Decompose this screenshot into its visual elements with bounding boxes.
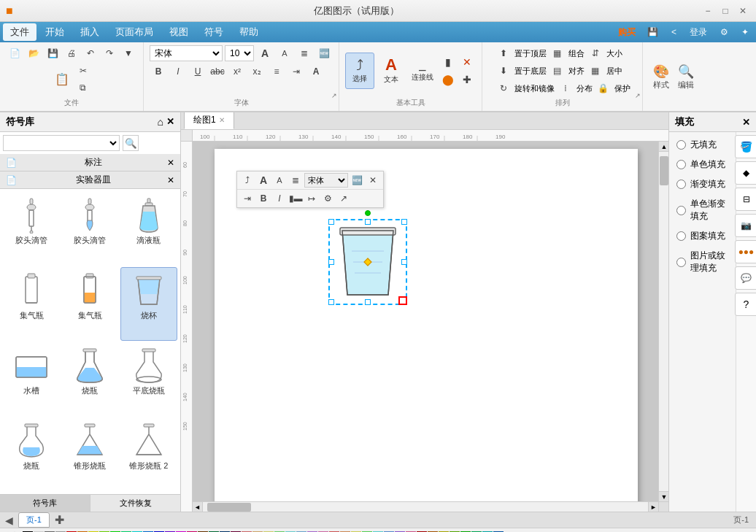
fill-option-image[interactable]: 图片或纹理填充: [669, 246, 736, 278]
print-button[interactable]: 🖨: [63, 45, 80, 61]
to-top-button[interactable]: ⬆: [495, 45, 512, 61]
italic-button[interactable]: I: [169, 63, 187, 80]
float-font-A-large[interactable]: A: [256, 173, 271, 188]
text-tool-button[interactable]: A 文本: [377, 53, 406, 89]
more-icon[interactable]: ●●●: [735, 240, 757, 263]
close-annotation-icon[interactable]: ✕: [167, 158, 174, 168]
more-qa-button[interactable]: ▼: [120, 45, 137, 61]
purchase-button[interactable]: 购买: [612, 24, 641, 41]
scroll-up-btn[interactable]: ▲: [659, 142, 668, 152]
list-item[interactable]: 滴液瓶: [120, 192, 177, 266]
tab-drawing1[interactable]: 绘图1 ✕: [184, 112, 234, 129]
connect-tool-button[interactable]: ⎯ 连接线: [408, 53, 437, 89]
list-item[interactable]: 烧杯: [120, 267, 177, 341]
fill-radio-solid[interactable]: [676, 160, 686, 169]
list-item[interactable]: 平底烧瓶: [120, 342, 177, 416]
close-panel-button[interactable]: ✕: [166, 116, 174, 128]
close-lab-icon[interactable]: ✕: [167, 175, 174, 185]
float-indent-icon[interactable]: ⇥: [240, 191, 255, 206]
scrollbar-thumb-h[interactable]: [207, 503, 251, 512]
fill-option-solid-gradient[interactable]: 单色渐变填充: [669, 194, 736, 226]
symbol-lib-tab[interactable]: 符号库: [0, 495, 90, 512]
list-button[interactable]: ≡: [268, 63, 285, 80]
list-item[interactable]: 胶头滴管: [3, 192, 60, 266]
image-fill-icon[interactable]: 📷: [735, 214, 757, 237]
shape-plus-button[interactable]: ✚: [458, 72, 476, 88]
fill-option-pattern[interactable]: 图案填充: [669, 226, 736, 246]
list-item[interactable]: 水槽: [3, 342, 60, 416]
undo-button[interactable]: ↶: [82, 45, 99, 61]
list-item[interactable]: 胶头滴管: [61, 192, 118, 266]
save-file-button[interactable]: 💾: [44, 45, 61, 61]
login-button[interactable]: 登录: [685, 25, 711, 40]
horizontal-scrollbar[interactable]: ◄ ►: [193, 501, 658, 512]
edit-tab-button[interactable]: 🔍 编辑: [674, 61, 698, 93]
category-lab[interactable]: 📄 实验器皿 ✕: [0, 171, 180, 189]
fill-radio-pattern[interactable]: [676, 231, 686, 241]
font-expand[interactable]: ↗: [331, 92, 337, 99]
category-annotation[interactable]: 📄 标注 ✕: [0, 154, 180, 171]
format-painter-button[interactable]: 🆕: [315, 45, 333, 61]
float-bold-btn[interactable]: B: [256, 191, 271, 206]
scroll-down-btn[interactable]: ▼: [659, 491, 668, 501]
gradient-icon[interactable]: ◆: [735, 161, 757, 185]
float-format-icon[interactable]: 🆕: [350, 173, 364, 188]
arrange-expand[interactable]: ↗: [635, 92, 641, 99]
close-button[interactable]: ✕: [736, 4, 750, 18]
file-restore-tab[interactable]: 文件恢复: [90, 495, 180, 512]
pattern-fill-icon[interactable]: ⊟: [735, 188, 757, 211]
close-fill-panel-button[interactable]: ✕: [742, 117, 750, 128]
menu-start[interactable]: 开始: [38, 23, 72, 41]
subscript-button[interactable]: x₂: [248, 63, 266, 80]
cut-button[interactable]: ✂: [74, 63, 92, 79]
minimize-button[interactable]: −: [701, 4, 715, 18]
float-arrow-btn[interactable]: ↗: [336, 191, 351, 206]
fill-option-none[interactable]: 无填充: [669, 135, 736, 155]
open-file-button[interactable]: 📂: [25, 45, 42, 61]
extensions-icon[interactable]: ✦: [737, 26, 753, 39]
float-font-A-small[interactable]: A: [272, 173, 287, 188]
font-size-select[interactable]: 10: [225, 45, 254, 61]
bold-button[interactable]: B: [150, 63, 167, 80]
share-icon[interactable]: <: [667, 26, 681, 39]
resize-handle-ml[interactable]: [328, 259, 334, 265]
list-item[interactable]: 锥形烧瓶: [61, 417, 118, 491]
resize-handle-tm[interactable]: [365, 219, 371, 225]
menu-symbol[interactable]: 符号: [197, 23, 231, 41]
font-increase-button[interactable]: A: [256, 45, 274, 61]
size-button[interactable]: ⇵: [587, 45, 604, 61]
resize-handle-tl[interactable]: [328, 219, 334, 225]
add-page-button[interactable]: ✚: [53, 513, 66, 527]
middle-button[interactable]: ▦: [587, 63, 604, 79]
menu-file[interactable]: 文件: [3, 23, 36, 41]
vertical-scrollbar[interactable]: ▲ ▼: [658, 142, 668, 501]
shape-circle-button[interactable]: ⬤: [439, 72, 457, 88]
scroll-left-btn[interactable]: ◄: [193, 502, 203, 512]
redo-button[interactable]: ↷: [101, 45, 118, 61]
beaker-shape-container[interactable]: [331, 222, 404, 302]
canvas-drawing-area[interactable]: ⤴ A A ≣ 宋体 🆕 ✕ ⇥: [193, 142, 668, 512]
fill-radio-gradient[interactable]: [676, 180, 686, 189]
font-color-button[interactable]: A: [307, 63, 325, 80]
font-family-select[interactable]: 宋体: [150, 45, 223, 61]
settings-icon[interactable]: ⚙: [716, 26, 733, 39]
align-tools-button[interactable]: ▤: [549, 63, 566, 79]
menu-page-layout[interactable]: 页面布局: [108, 23, 161, 41]
page-prev-button[interactable]: ◀: [3, 514, 15, 526]
resize-handle-br[interactable]: [398, 296, 407, 305]
style-tab-button[interactable]: 🎨 样式: [649, 61, 674, 93]
shape-rect-button[interactable]: ▮: [439, 54, 457, 70]
resize-handle-bl[interactable]: [328, 299, 334, 305]
strikethrough-button[interactable]: abc: [209, 63, 226, 80]
fill-radio-none[interactable]: [676, 140, 686, 150]
indent-button[interactable]: ⇥: [288, 63, 305, 80]
to-bottom-button[interactable]: ⬇: [495, 63, 512, 79]
float-align-icon[interactable]: ≣: [288, 173, 303, 188]
scroll-right-btn[interactable]: ►: [648, 502, 658, 512]
copy-button[interactable]: ⧉: [74, 80, 92, 96]
select-tool-button[interactable]: ⤴ 选择: [345, 53, 374, 89]
font-decrease-button[interactable]: A: [276, 45, 293, 61]
float-close-icon[interactable]: ✕: [366, 173, 380, 188]
new-file-button[interactable]: 📄: [6, 45, 23, 61]
fill-radio-image[interactable]: [676, 258, 686, 267]
